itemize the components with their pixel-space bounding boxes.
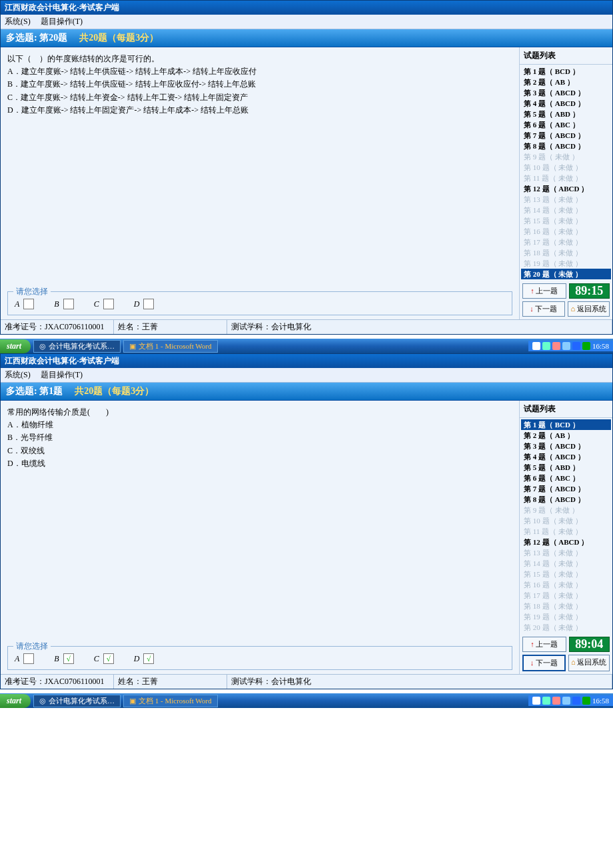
tray-icon [582, 697, 590, 705]
checkbox-b[interactable] [63, 299, 74, 309]
qlist-item[interactable]: 第 9 题（ 未做 ） [521, 505, 611, 515]
start-button[interactable]: start [0, 694, 31, 708]
choice-c[interactable]: C [94, 299, 114, 309]
option-a: A．建立年度账-> 结转上年供应链-> 结转上年成本-> 结转上年应收应付 [7, 65, 512, 78]
app-icon: ◎ [39, 697, 46, 705]
qlist-item[interactable]: 第 16 题（ 未做 ） [521, 226, 611, 237]
choice-a[interactable]: A [15, 653, 34, 664]
qlist-item[interactable]: 第 3 题（ ABCD ） [521, 441, 611, 451]
choice-d[interactable]: D √ [134, 653, 155, 664]
menu-system[interactable]: 系统(S) [5, 17, 31, 26]
qlist-item[interactable]: 第 7 题（ ABCD ） [521, 483, 611, 494]
qlist-item[interactable]: 第 12 题（ ABCD ） [521, 537, 611, 547]
taskbar-task-word[interactable]: ▣文档 1 - Microsoft Word [123, 340, 218, 353]
qlist-item[interactable]: 第 6 题（ ABC ） [521, 473, 611, 483]
system-tray[interactable]: 16:58 [528, 695, 613, 706]
checkbox-d[interactable] [143, 299, 154, 309]
qlist-item[interactable]: 第 20 题（ 未做 ） [521, 269, 611, 279]
question-stem: 常用的网络传输介质是( ) [7, 406, 512, 419]
exit-button[interactable]: ⌂ 返回系统 [568, 655, 610, 671]
qlist-item[interactable]: 第 17 题（ 未做 ） [521, 590, 611, 601]
question-list[interactable]: 第 1 题（ BCD ）第 2 题（ AB ）第 3 题（ ABCD ）第 4 … [520, 418, 612, 634]
qlist-item[interactable]: 第 16 题（ 未做 ） [521, 579, 611, 590]
qlist-item[interactable]: 第 17 题（ 未做 ） [521, 237, 611, 247]
qlist-item[interactable]: 第 15 题（ 未做 ） [521, 215, 611, 226]
question-text: 以下（ ）的年度账结转的次序是可行的。 A．建立年度账-> 结转上年供应链-> … [7, 53, 512, 117]
option-d: D．电缆线 [7, 457, 512, 470]
qlist-item[interactable]: 第 7 题（ ABCD ） [521, 130, 611, 141]
qlist-item[interactable]: 第 13 题（ 未做 ） [521, 547, 611, 558]
question-list[interactable]: 第 1 题（ BCD ）第 2 题（ AB ）第 3 题（ ABCD ）第 4 … [520, 65, 612, 281]
sidebar: 试题列表 第 1 题（ BCD ）第 2 题（ AB ）第 3 题（ ABCD … [519, 47, 612, 319]
prev-button[interactable]: ↑ 上一题 [522, 637, 566, 652]
qlist-item[interactable]: 第 19 题（ 未做 ） [521, 258, 611, 269]
timer: 89:04 [569, 637, 610, 652]
qlist-item[interactable]: 第 2 题（ AB ） [521, 77, 611, 87]
choice-box: 请您选择 A B C [7, 291, 512, 315]
qlist-item[interactable]: 第 14 题（ 未做 ） [521, 205, 611, 215]
exit-button[interactable]: ⌂ 返回系统 [568, 301, 610, 317]
choice-a-label: A [15, 299, 19, 309]
qlist-item[interactable]: 第 5 题（ ABD ） [521, 462, 611, 473]
prev-button[interactable]: ↑ 上一题 [522, 283, 566, 299]
checkbox-c[interactable] [103, 299, 114, 309]
app-icon: ◎ [39, 342, 46, 351]
choice-c[interactable]: C √ [94, 653, 114, 664]
arrow-down-icon: ↓ [530, 659, 534, 667]
arrow-up-icon: ↑ [530, 287, 534, 295]
next-button[interactable]: ↓ 下一题 [522, 301, 565, 317]
qlist-item[interactable]: 第 5 题（ ABD ） [521, 109, 611, 119]
qlist-item[interactable]: 第 6 题（ ABC ） [521, 119, 611, 130]
qlist-item[interactable]: 第 9 题（ 未做 ） [521, 151, 611, 162]
taskbar-task-word[interactable]: ▣文档 1 - Microsoft Word [123, 695, 218, 707]
choice-b[interactable]: B √ [54, 653, 73, 664]
qlist-item[interactable]: 第 20 题（ 未做 ） [521, 622, 611, 633]
system-tray[interactable]: 16:58 [528, 341, 613, 351]
qlist-item[interactable]: 第 18 题（ 未做 ） [521, 247, 611, 258]
qlist-item[interactable]: 第 11 题（ 未做 ） [521, 173, 611, 183]
tray-icon [572, 697, 580, 705]
qlist-item[interactable]: 第 10 题（ 未做 ） [521, 515, 611, 526]
qlist-item[interactable]: 第 14 题（ 未做 ） [521, 558, 611, 569]
qlist-item[interactable]: 第 15 题（ 未做 ） [521, 569, 611, 579]
checkbox-d[interactable]: √ [143, 653, 154, 664]
qlist-item[interactable]: 第 18 题（ 未做 ） [521, 601, 611, 611]
question-header: 多选题: 第20题 共20题（每题3分） [1, 29, 612, 47]
qlist-item[interactable]: 第 8 题（ ABCD ） [521, 494, 611, 505]
qlist-item[interactable]: 第 1 题（ BCD ） [521, 419, 611, 430]
qlist-item[interactable]: 第 19 题（ 未做 ） [521, 611, 611, 622]
tray-icon [562, 697, 570, 705]
qlist-item[interactable]: 第 4 题（ ABCD ） [521, 451, 611, 462]
taskbar-task-exam[interactable]: ◎会计电算化考试系… [33, 340, 121, 353]
qlist-item[interactable]: 第 8 题（ ABCD ） [521, 141, 611, 151]
checkbox-a[interactable] [23, 299, 34, 309]
qlist-item[interactable]: 第 4 题（ ABCD ） [521, 98, 611, 109]
qlist-item[interactable]: 第 11 题（ 未做 ） [521, 526, 611, 537]
qlist-item[interactable]: 第 10 题（ 未做 ） [521, 162, 611, 173]
menu-system[interactable]: 系统(S) [5, 370, 31, 379]
checkbox-b[interactable]: √ [63, 653, 74, 664]
choice-d[interactable]: D [134, 299, 155, 309]
start-button[interactable]: start [0, 339, 31, 353]
menu-operate[interactable]: 题目操作(T) [41, 17, 83, 26]
checkbox-c[interactable]: √ [103, 653, 114, 664]
exam-window-2: 江西财政会计电算化-考试客户端 系统(S) 题目操作(T) 多选题: 第1题 共… [0, 353, 613, 689]
status-bar: 准考证号：JXAC0706110001 姓名：王菁 测试学科：会计电算化 [1, 674, 612, 689]
taskbar-task-exam[interactable]: ◎会计电算化考试系… [33, 695, 121, 707]
choice-a[interactable]: A [15, 299, 34, 309]
choice-c-label: C [94, 654, 99, 664]
qtype: 多选题: 第20题 [6, 32, 67, 44]
qlist-item[interactable]: 第 12 题（ ABCD ） [521, 183, 611, 194]
qlist-item[interactable]: 第 3 题（ ABCD ） [521, 87, 611, 98]
menu-bar: 系统(S) 题目操作(T) [1, 368, 612, 383]
qlist-item[interactable]: 第 13 题（ 未做 ） [521, 194, 611, 205]
taskbar-1: start ◎会计电算化考试系… ▣文档 1 - Microsoft Word … [0, 339, 613, 353]
next-button[interactable]: ↓ 下一题 [522, 655, 566, 671]
exam-window-1: 江西财政会计电算化-考试客户端 系统(S) 题目操作(T) 多选题: 第20题 … [0, 0, 613, 335]
qlist-item[interactable]: 第 2 题（ AB ） [521, 430, 611, 441]
choice-d-label: D [134, 299, 140, 309]
checkbox-a[interactable] [23, 653, 34, 664]
menu-operate[interactable]: 题目操作(T) [41, 370, 83, 379]
choice-b[interactable]: B [54, 299, 73, 309]
qlist-item[interactable]: 第 1 题（ BCD ） [521, 66, 611, 77]
